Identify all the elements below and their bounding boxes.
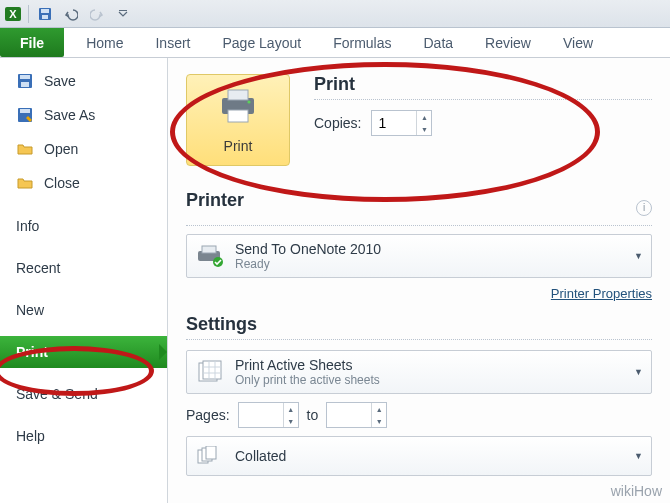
ribbon-tabs: File Home Insert Page Layout Formulas Da… — [0, 28, 670, 58]
sidebar-item-label: Open — [44, 141, 78, 157]
sidebar-item-label: Close — [44, 175, 80, 191]
folder-close-icon — [16, 174, 34, 192]
backstage-sidebar: Save Save As Open Close Info Recent New … — [0, 58, 168, 503]
watermark: wikiHow — [611, 483, 662, 499]
pages-to-label: to — [307, 407, 319, 423]
save-icon[interactable] — [35, 4, 55, 24]
sidebar-item-label: Save & Send — [16, 386, 98, 402]
spinner-up-icon[interactable]: ▲ — [284, 403, 298, 415]
sidebar-item-info[interactable]: Info — [0, 210, 167, 242]
printer-heading: Printer — [186, 190, 636, 215]
info-icon[interactable]: i — [636, 200, 652, 216]
tab-file[interactable]: File — [0, 28, 64, 57]
sidebar-item-save-send[interactable]: Save & Send — [0, 378, 167, 410]
chevron-down-icon: ▼ — [634, 367, 643, 377]
sidebar-item-open[interactable]: Open — [0, 132, 167, 166]
redo-icon[interactable] — [87, 4, 107, 24]
print-button-label: Print — [224, 138, 253, 154]
save-as-icon — [16, 106, 34, 124]
print-button[interactable]: Print — [186, 74, 290, 166]
svg-rect-7 — [20, 75, 30, 79]
sidebar-item-help[interactable]: Help — [0, 420, 167, 452]
sidebar-item-label: Help — [16, 428, 45, 444]
tab-insert[interactable]: Insert — [139, 28, 206, 57]
chevron-down-icon: ▼ — [634, 451, 643, 461]
printer-dropdown[interactable]: Send To OneNote 2010 Ready ▼ — [186, 234, 652, 278]
copies-label: Copies: — [314, 115, 361, 131]
svg-rect-19 — [203, 361, 221, 379]
sidebar-item-close[interactable]: Close — [0, 166, 167, 200]
spinner-down-icon[interactable]: ▼ — [284, 415, 298, 427]
sidebar-item-print[interactable]: Print — [0, 336, 167, 368]
print-scope-title: Print Active Sheets — [235, 357, 624, 373]
svg-point-14 — [247, 100, 250, 103]
settings-heading: Settings — [186, 314, 652, 340]
pages-label: Pages: — [186, 407, 230, 423]
svg-rect-16 — [202, 246, 216, 253]
svg-rect-8 — [21, 82, 29, 87]
collate-dropdown[interactable]: Collated ▼ — [186, 436, 652, 476]
backstage: Save Save As Open Close Info Recent New … — [0, 58, 670, 503]
print-panel: Print Print Copies: ▲ ▼ Prin — [168, 58, 670, 503]
sidebar-item-save[interactable]: Save — [0, 64, 167, 98]
sheets-icon — [195, 359, 225, 385]
pages-from-spinner[interactable]: ▲▼ — [238, 402, 299, 428]
sidebar-item-label: Info — [16, 218, 39, 234]
qat-separator — [28, 5, 29, 23]
sidebar-item-new[interactable]: New — [0, 294, 167, 326]
printer-ready-icon — [195, 243, 225, 269]
spinner-up-icon[interactable]: ▲ — [417, 111, 431, 123]
tab-formulas[interactable]: Formulas — [317, 28, 407, 57]
spinner-down-icon[interactable]: ▼ — [417, 123, 431, 135]
svg-rect-5 — [119, 10, 127, 11]
qat-customize-icon[interactable] — [113, 4, 133, 24]
svg-rect-13 — [228, 110, 248, 122]
chevron-down-icon: ▼ — [634, 251, 643, 261]
excel-app-icon: X — [4, 5, 22, 23]
sidebar-item-label: Print — [16, 344, 48, 360]
printer-name: Send To OneNote 2010 — [235, 241, 624, 257]
pages-from-input[interactable] — [239, 403, 283, 427]
print-scope-dropdown[interactable]: Print Active Sheets Only print the activ… — [186, 350, 652, 394]
sidebar-item-label: New — [16, 302, 44, 318]
undo-icon[interactable] — [61, 4, 81, 24]
save-icon — [16, 72, 34, 90]
tab-data[interactable]: Data — [407, 28, 469, 57]
pages-to-spinner[interactable]: ▲▼ — [326, 402, 387, 428]
folder-open-icon — [16, 140, 34, 158]
printer-icon — [216, 86, 260, 130]
sidebar-item-recent[interactable]: Recent — [0, 252, 167, 284]
print-scope-subtitle: Only print the active sheets — [235, 373, 624, 387]
tab-review[interactable]: Review — [469, 28, 547, 57]
svg-rect-4 — [42, 15, 48, 19]
tab-view[interactable]: View — [547, 28, 609, 57]
printer-properties-link[interactable]: Printer Properties — [551, 286, 652, 301]
print-heading: Print — [314, 74, 652, 100]
sidebar-item-label: Recent — [16, 260, 60, 276]
svg-rect-26 — [206, 446, 216, 459]
spinner-up-icon[interactable]: ▲ — [372, 403, 386, 415]
svg-text:X: X — [9, 8, 17, 20]
sidebar-item-label: Save — [44, 73, 76, 89]
copies-input[interactable] — [372, 111, 416, 135]
tab-home[interactable]: Home — [70, 28, 139, 57]
spinner-down-icon[interactable]: ▼ — [372, 415, 386, 427]
sidebar-item-save-as[interactable]: Save As — [0, 98, 167, 132]
pages-to-input[interactable] — [327, 403, 371, 427]
tab-page-layout[interactable]: Page Layout — [207, 28, 318, 57]
sidebar-item-label: Save As — [44, 107, 95, 123]
svg-rect-10 — [20, 109, 30, 113]
printer-status: Ready — [235, 257, 624, 271]
quick-access-toolbar: X — [0, 0, 670, 28]
copies-spinner[interactable]: ▲ ▼ — [371, 110, 432, 136]
svg-rect-12 — [228, 90, 248, 100]
collate-title: Collated — [235, 448, 624, 464]
svg-rect-3 — [41, 9, 49, 13]
collated-icon — [195, 443, 225, 469]
